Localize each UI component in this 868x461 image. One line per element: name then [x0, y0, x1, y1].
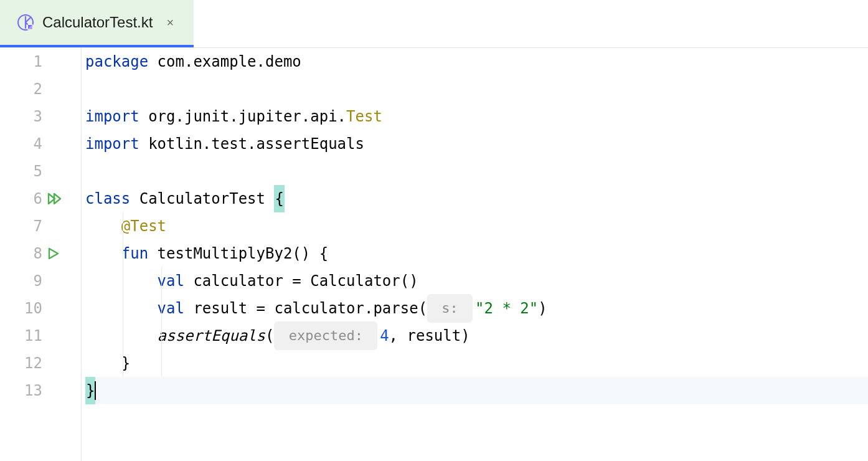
line-number: 6: [0, 190, 42, 207]
gutter-row[interactable]: 5: [0, 158, 81, 185]
gutter-row[interactable]: 12: [0, 349, 81, 377]
editor: 1 2 3 4 5 6 7 8 9 10 11 12 13: [0, 48, 868, 461]
close-icon[interactable]: ×: [164, 13, 176, 32]
tab-filename: CalculatorTest.kt: [42, 14, 153, 31]
code-line[interactable]: val result = calculator.parse( s: "2 * 2…: [85, 295, 868, 322]
line-number: 2: [0, 80, 42, 98]
gutter-row[interactable]: 9: [0, 267, 81, 295]
code-line[interactable]: package com.example.demo: [85, 48, 868, 75]
gutter-row[interactable]: 13: [0, 377, 81, 404]
line-number: 7: [0, 217, 42, 235]
code-line[interactable]: assertEquals( expected: 4, result): [85, 322, 868, 349]
line-number: 3: [0, 108, 42, 125]
gutter: 1 2 3 4 5 6 7 8 9 10 11 12 13: [0, 48, 82, 461]
code-line-current[interactable]: }: [85, 377, 868, 404]
parameter-hint: s:: [427, 294, 473, 323]
gutter-row[interactable]: 11: [0, 322, 81, 349]
gutter-row[interactable]: 3: [0, 103, 81, 130]
run-icon[interactable]: [47, 247, 60, 260]
code-line[interactable]: [85, 75, 868, 103]
line-number: 1: [0, 53, 42, 70]
line-number: 10: [0, 300, 42, 317]
line-number: 12: [0, 354, 42, 372]
indent-guide: [123, 212, 123, 377]
line-number: 9: [0, 272, 42, 290]
gutter-row[interactable]: 8: [0, 240, 81, 267]
gutter-row[interactable]: 4: [0, 130, 81, 158]
run-all-icon[interactable]: [47, 192, 62, 205]
cursor-caret: [95, 381, 96, 400]
brace-match: {: [274, 185, 284, 212]
parameter-hint: expected:: [274, 321, 377, 350]
code-line[interactable]: val calculator = Calculator(): [85, 267, 868, 295]
line-number: 8: [0, 245, 42, 262]
gutter-row[interactable]: 6: [0, 185, 81, 212]
gutter-row[interactable]: 2: [0, 75, 81, 103]
code-line[interactable]: import org.junit.jupiter.api.Test: [85, 103, 868, 130]
code-line[interactable]: class CalculatorTest {: [85, 185, 868, 212]
code-line[interactable]: [85, 158, 868, 185]
indent-guide: [161, 267, 162, 377]
line-number: 4: [0, 135, 42, 153]
code-line[interactable]: import kotlin.test.assertEquals: [85, 130, 868, 158]
code-area[interactable]: package com.example.demo import org.juni…: [82, 48, 868, 461]
editor-tab[interactable]: CalculatorTest.kt ×: [0, 0, 194, 47]
tab-bar: CalculatorTest.kt ×: [0, 0, 868, 48]
gutter-row[interactable]: 7: [0, 212, 81, 240]
code-line[interactable]: @Test: [85, 212, 868, 240]
brace-match: }: [85, 377, 95, 404]
line-number: 5: [0, 163, 42, 180]
kotlin-file-icon: [17, 14, 34, 31]
line-number: 13: [0, 382, 42, 399]
gutter-row[interactable]: 10: [0, 295, 81, 322]
code-line[interactable]: fun testMultiplyBy2() {: [85, 240, 868, 267]
gutter-row[interactable]: 1: [0, 48, 81, 75]
line-number: 11: [0, 327, 42, 345]
code-line[interactable]: }: [85, 349, 868, 377]
